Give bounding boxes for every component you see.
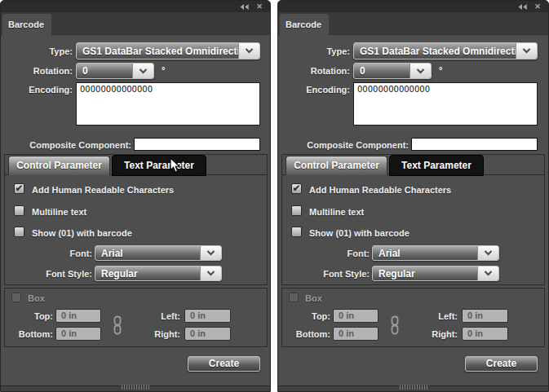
box-right-label: Right: (409, 329, 458, 339)
box-left-field: 0 in (184, 309, 231, 323)
create-button[interactable]: Create (465, 356, 538, 372)
rotation-label: Rotation: (286, 66, 350, 76)
rotation-value: 0 (77, 64, 132, 78)
font-label: Font: (19, 249, 92, 258)
box-top-field: 0 in (55, 309, 101, 323)
font-style-label: Font Style: (19, 269, 92, 279)
type-value: GS1 DataBar Stacked Omnidirectional (354, 43, 516, 59)
checkbox-box: ✔ (289, 293, 299, 302)
checkmark-icon: ✔ (15, 184, 23, 192)
chevron-down-icon (132, 64, 153, 78)
rotation-unit: ° (439, 65, 442, 75)
font-style-value: Regular (95, 266, 200, 280)
encoding-textarea[interactable]: 00000000000000 (76, 82, 260, 126)
type-dropdown[interactable]: GS1 DataBar Stacked Omnidirectional (76, 42, 260, 59)
box-bottom-field: 0 in (55, 327, 101, 341)
cursor-pointer (170, 157, 181, 177)
checkbox-show-01-label: Show (01) with barcode (309, 228, 410, 238)
box-left-field: 0 in (462, 309, 508, 323)
checkbox-human-readable-label: Add Human Readable Characters (309, 185, 451, 195)
checkbox-multiline[interactable]: ✔ (14, 205, 24, 216)
font-label: Font: (296, 249, 370, 258)
box-left-label: Left: (409, 311, 458, 321)
chevron-down-icon (410, 64, 431, 78)
panel-titlebar: ✕ (278, 1, 548, 12)
rotation-value: 0 (354, 64, 410, 78)
encoding-textarea[interactable]: 00000000000000 (353, 82, 538, 126)
tab-control-parameter[interactable]: Control Parameter (286, 156, 387, 175)
type-value: GS1 DataBar Stacked Omnidirectional (77, 43, 238, 59)
checkbox-multiline[interactable]: ✔ (291, 205, 302, 216)
tab-barcode[interactable]: Barcode (2, 14, 51, 35)
font-style-label: Font Style: (296, 269, 370, 279)
chevron-down-icon (477, 266, 498, 280)
rotation-dropdown[interactable]: 0 (353, 63, 432, 79)
checkbox-human-readable[interactable]: ✔ (14, 183, 24, 194)
box-bottom-field: 0 in (333, 327, 379, 341)
font-style-dropdown[interactable]: Regular (372, 266, 499, 281)
checkbox-box: ✔ (11, 293, 21, 302)
screenshot-stage: ✕ Barcode Type: GS1 DataBar Stacked Omni… (0, 0, 549, 392)
checkmark-icon: ✔ (292, 184, 300, 192)
encoding-label: Encoding: (286, 85, 350, 95)
checkbox-human-readable-label: Add Human Readable Characters (32, 185, 174, 195)
resize-grip[interactable] (400, 385, 427, 390)
box-label: Box (305, 293, 322, 303)
close-panel-icon[interactable]: ✕ (533, 3, 542, 10)
tab-text-parameter[interactable]: Text Parameter (389, 155, 484, 176)
resize-grip[interactable] (122, 385, 149, 390)
box-top-field: 0 in (333, 309, 379, 323)
chevron-down-icon (238, 43, 259, 59)
font-value: Arial (95, 246, 200, 260)
encoding-label: Encoding: (9, 85, 73, 95)
font-dropdown[interactable]: Arial (372, 245, 499, 261)
checkbox-multiline-label: Multiline text (32, 207, 86, 217)
link-dimensions-icon (113, 315, 122, 338)
composite-input[interactable] (134, 138, 260, 151)
type-label: Type: (286, 46, 350, 56)
chevron-down-icon (477, 246, 498, 260)
rotation-dropdown[interactable]: 0 (76, 63, 154, 79)
collapse-panel-icon[interactable] (239, 3, 249, 10)
box-right-field: 0 in (462, 327, 508, 341)
box-right-label: Right: (131, 329, 180, 339)
checkbox-human-readable[interactable]: ✔ (291, 183, 302, 194)
close-panel-icon[interactable]: ✕ (255, 3, 264, 10)
tab-barcode[interactable]: Barcode (280, 14, 329, 35)
tab-control-parameter[interactable]: Control Parameter (8, 156, 110, 175)
box-label: Box (28, 293, 45, 303)
barcode-panel: ✕ Barcode Type: GS1 DataBar Stacked Omni… (0, 0, 271, 392)
link-dimensions-icon (391, 315, 399, 338)
font-style-dropdown[interactable]: Regular (95, 266, 222, 281)
box-right-field: 0 in (184, 327, 231, 341)
font-value: Arial (373, 246, 477, 260)
chevron-down-icon (200, 266, 221, 280)
box-bottom-label: Bottom: (282, 329, 330, 339)
rotation-unit: ° (162, 65, 165, 75)
create-button[interactable]: Create (188, 356, 260, 372)
box-bottom-label: Bottom: (5, 329, 53, 339)
rotation-label: Rotation: (9, 66, 73, 76)
box-top-label: Top: (5, 311, 53, 321)
tab-text-parameter[interactable]: Text Parameter (112, 155, 206, 176)
box-left-label: Left: (131, 311, 180, 321)
type-dropdown[interactable]: GS1 DataBar Stacked Omnidirectional (353, 42, 538, 59)
panel-titlebar: ✕ (1, 1, 270, 12)
type-label: Type: (9, 46, 73, 56)
font-style-value: Regular (373, 266, 477, 280)
chevron-down-icon (516, 43, 537, 59)
font-dropdown[interactable]: Arial (95, 245, 222, 261)
checkbox-show-01[interactable]: ✔ (291, 227, 302, 237)
chevron-down-icon (200, 246, 221, 260)
checkbox-multiline-label: Multiline text (309, 207, 364, 217)
collapse-panel-icon[interactable] (517, 3, 527, 10)
barcode-panel-2: ✕ Barcode Type: GS1 DataBar Stacked Omni… (277, 0, 549, 392)
composite-label: Composite Component: (5, 140, 131, 150)
box-top-label: Top: (282, 311, 330, 321)
checkbox-show-01-label: Show (01) with barcode (32, 228, 132, 238)
composite-label: Composite Component: (282, 140, 409, 150)
checkbox-show-01[interactable]: ✔ (14, 227, 24, 237)
composite-input[interactable] (411, 138, 538, 151)
